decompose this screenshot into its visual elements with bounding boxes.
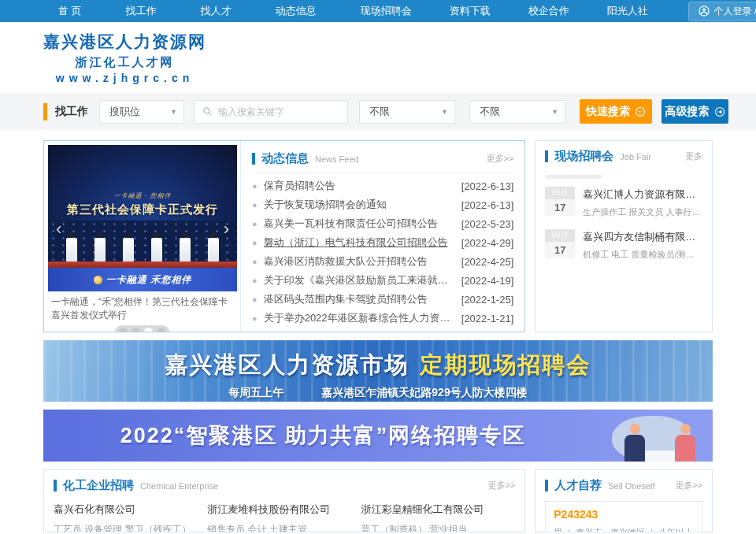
top-navigation: 首 页 找工作 找人才 动态信息 现场招聘会 资料下载 校企合作 阳光人社 个人…	[0, 0, 756, 22]
job-fair-entry[interactable]: 06月 17 嘉兴汇博人力资源有限公司 生产操作工 报关文员 人事行政助理...	[536, 187, 712, 218]
job-fair-banner[interactable]: 嘉兴港区人力资源市场定期现场招聘会 每周五上午嘉兴港区乍浦镇天妃路929号人防大…	[43, 340, 713, 402]
keyword-search-input[interactable]	[218, 106, 339, 117]
slide-stage-tagline: 一卡融通 · 您相伴	[113, 191, 171, 200]
job-fair-more-link[interactable]: 更多	[685, 150, 702, 162]
chemical-company-name[interactable]: 浙江彩皇精细化工有限公司	[361, 502, 503, 517]
news-item[interactable]: ●关于恢复现场招聘会的通知[2022-6-13]	[252, 195, 513, 214]
carousel-dot-active[interactable]	[144, 328, 153, 332]
bullet-icon: ●	[252, 295, 258, 304]
chemical-title: 化工企业招聘	[63, 478, 134, 493]
advanced-search-button[interactable]: 高级搜索	[662, 99, 728, 124]
keyword-search-field	[194, 100, 348, 124]
talent-card[interactable]: P243243 男 ｜ 嘉兴市→嘉兴港区 ｜ 八年以上	[545, 501, 702, 532]
talent-id[interactable]: P243243	[554, 508, 694, 521]
carousel-dot[interactable]	[157, 328, 165, 332]
nav-item-find-talent[interactable]: 找人才	[194, 4, 239, 18]
nav-item-sunshine-hr[interactable]: 阳光人社	[600, 4, 655, 18]
filter-select-2[interactable]: 不限 ▼	[469, 100, 565, 124]
podium-figure	[65, 232, 78, 261]
news-item[interactable]: ●关于举办2022年港区新春综合性人力资源暨春风...[2022-1-21]	[252, 309, 513, 328]
news-item-date: [2022-6-13]	[461, 199, 514, 211]
news-feed-section: 动态信息 News Feed 更多>> ●保育员招聘公告[2022-6-13] …	[241, 141, 524, 332]
news-item-date: [2022-1-25]	[461, 294, 514, 306]
bullet-icon: ●	[252, 200, 258, 210]
nav-item-home[interactable]: 首 页	[51, 4, 89, 18]
news-item-title: 关于印发《嘉兴港区鼓励新员工来港就业补助操作...	[264, 273, 461, 287]
nav-item-news[interactable]: 动态信息	[269, 4, 324, 18]
news-feed-header: 动态信息 News Feed 更多>>	[252, 143, 513, 173]
chemical-company-list: 嘉兴石化有限公司 工艺员 设备管理 警卫（残疾工） 浙江麦堆科技股份有限公司 销…	[44, 499, 524, 532]
talent-more-link[interactable]: 更多>>	[675, 480, 702, 491]
search-category-value: 搜职位	[109, 105, 140, 119]
carousel-dot[interactable]	[119, 328, 128, 332]
chemical-company-name[interactable]: 浙江麦堆科技股份有限公司	[207, 502, 350, 517]
quick-search-button[interactable]: 快速搜索	[580, 99, 652, 124]
news-item-date: [2022-1-21]	[461, 313, 514, 324]
carousel-pagination	[48, 325, 236, 332]
chemical-company-name[interactable]: 嘉兴石化有限公司	[54, 502, 196, 517]
talent-info: 男 ｜ 嘉兴市→嘉兴港区 ｜ 八年以上	[554, 527, 694, 532]
site-logo[interactable]: 嘉兴港区人力资源网 浙江化工人才网 www.zjhgrc.cn	[43, 31, 206, 84]
logo-url: www.zjhgrc.cn	[43, 72, 206, 84]
filter-1-value: 不限	[369, 105, 390, 119]
chemical-company-positions: 普工（制造科） 营业担当	[361, 523, 503, 532]
blue-accent-bar	[252, 153, 255, 165]
news-item[interactable]: ●港区码头范围内集卡驾驶员招聘公告[2022-1-25]	[252, 290, 513, 309]
slide-stage-floor	[48, 261, 237, 268]
online-recruitment-banner[interactable]: 2022“智聚港区 助力共富”网络招聘专区	[43, 410, 713, 462]
filter-select-1[interactable]: 不限 ▼	[359, 100, 455, 124]
chemical-more-link[interactable]: 更多>>	[487, 480, 515, 491]
carousel-caption[interactable]: 一卡融通，“禾”您相伴！第三代社会保障卡嘉兴首发仪式举行	[48, 291, 236, 323]
nav-item-school-cooperation[interactable]: 校企合作	[521, 4, 576, 18]
job-fair-company[interactable]: 嘉兴汇博人力资源有限公司	[583, 187, 702, 202]
carousel-slide-image[interactable]: 一卡融通 · 您相伴 第三代社会保障卡正式发行 一卡融通	[48, 145, 237, 291]
target-circle-icon	[635, 106, 646, 117]
chevron-down-icon: ▼	[543, 108, 558, 116]
news-item-date: [2022-4-19]	[461, 275, 514, 287]
news-item-hovered[interactable]: ●磐动（浙江）电气科技有限公司招聘公告[2022-4-29]	[252, 233, 513, 252]
carousel-prev-arrow[interactable]: ‹	[56, 221, 61, 238]
personal-login-button[interactable]: 个人登录 / 个人注册	[688, 2, 756, 21]
nav-item-job-fair[interactable]: 现场招聘会	[354, 4, 419, 18]
banner1-title: 嘉兴港区人力资源市场定期现场招聘会	[43, 350, 713, 381]
chemical-company-positions: 工艺员 设备管理 警卫（残疾工）	[54, 523, 196, 532]
logo-title: 嘉兴港区人力资源网	[43, 31, 206, 53]
nav-item-find-job[interactable]: 找工作	[119, 4, 164, 18]
nav-item-downloads[interactable]: 资料下载	[443, 4, 498, 18]
job-fair-company[interactable]: 嘉兴四方友信制桶有限公司	[583, 230, 702, 244]
news-item[interactable]: ●嘉兴美一瓦科技有限责任公司招聘公告[2022-5-23]	[252, 214, 513, 233]
bullet-icon: ●	[252, 313, 258, 323]
search-category-select[interactable]: 搜职位 ▼	[99, 100, 184, 124]
job-fair-entry-info: 嘉兴汇博人力资源有限公司 生产操作工 报关文员 人事行政助理...	[583, 187, 702, 218]
news-item-title: 关于举办2022年港区新春综合性人力资源暨春风...	[264, 311, 461, 325]
nav-items: 首 页 找工作 找人才 动态信息 现场招聘会 资料下载 校企合作 阳光人社	[51, 4, 679, 18]
news-item[interactable]: ●嘉兴港区消防救援大队公开招聘公告[2022-4-25]	[252, 252, 513, 271]
news-item[interactable]: ●关于印发《嘉兴港区鼓励新员工来港就业补助操作...[2022-4-19]	[252, 271, 513, 290]
podium-figure	[94, 232, 106, 261]
news-item-date: [2022-4-25]	[461, 256, 514, 268]
news-item-title: 保育员招聘公告	[264, 179, 461, 193]
news-feed-more-link[interactable]: 更多>>	[486, 153, 513, 165]
person-circle-icon	[699, 6, 710, 17]
page-content: 一卡融通 · 您相伴 第三代社会保障卡正式发行 一卡融通	[43, 140, 713, 532]
date-badge: 06月 17	[545, 229, 575, 261]
carousel-next-arrow[interactable]: ›	[224, 221, 229, 238]
search-section-label: 找工作	[43, 103, 88, 121]
date-badge-month: 06月	[545, 187, 575, 199]
news-item-title: 嘉兴美一瓦科技有限责任公司招聘公告	[264, 217, 461, 231]
carousel-dot[interactable]	[132, 328, 140, 332]
news-item[interactable]: ●保育员招聘公告[2022-6-13]	[252, 176, 513, 195]
job-fair-entry[interactable]: 06月 17 嘉兴四方友信制桶有限公司 机修工 电工 质量检验员/测试员 叉车.…	[536, 229, 712, 261]
filter-2-value: 不限	[480, 105, 500, 119]
chemical-company: 浙江麦堆科技股份有限公司 销售专员 会计 土建主管	[207, 502, 361, 532]
logo-subtitle: 浙江化工人才网	[43, 55, 206, 70]
slide-stage-people	[48, 221, 237, 261]
news-item-title: 磐动（浙江）电气科技有限公司招聘公告	[264, 235, 461, 250]
slide-banner-text: 一卡融通 禾您相伴	[106, 273, 191, 287]
bullet-icon: ●	[252, 238, 258, 247]
blue-accent-bar	[545, 480, 548, 491]
podium-figure	[207, 232, 220, 261]
news-item-title: 港区码头范围内集卡驾驶员招聘公告	[264, 292, 461, 306]
news-feed-title: 动态信息	[261, 151, 309, 166]
news-item-date: [2022-5-23]	[461, 218, 514, 230]
